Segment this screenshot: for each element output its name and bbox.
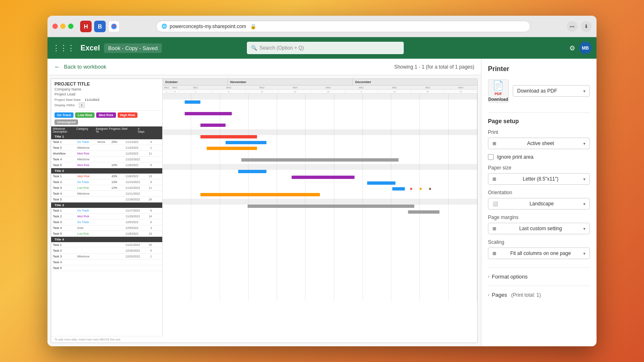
svg-rect-10 [242, 158, 399, 162]
week-label: Wk5 [312, 86, 345, 89]
week-label: Wk3 [411, 86, 444, 89]
task-row: Task 5Low Risk11/8/202219 [51, 231, 162, 237]
svg-rect-13 [291, 176, 354, 179]
week-label: Wk2 [212, 86, 245, 89]
pages-section[interactable]: › Pages (Print total: 1) [488, 289, 590, 300]
back-link[interactable]: Back to workbook [64, 64, 107, 70]
task-rows: Title 1 Task 1On TrackMicha25%11/1/20224… [51, 134, 162, 271]
page-margins-value: Last custom setting [519, 226, 562, 231]
gantt-preview: PROJECT TITLE Company Name Project Lead … [51, 79, 478, 343]
search-bar[interactable]: 🔍 Search (Option + Q) [247, 42, 404, 54]
week-label: Wk2 [378, 86, 411, 89]
workbook-area: ← Back to workbook Showing 1 - 1 (for a … [47, 59, 481, 346]
download-option: Download as PDF [517, 88, 557, 94]
task-row: Task 5Med Risk10%11/8/20226 [51, 162, 162, 168]
orientation-icon: ⬜ [492, 201, 498, 207]
page-setup-title: Page setup [488, 118, 590, 124]
svg-rect-21 [248, 205, 414, 208]
browser-icons: H B [80, 21, 120, 32]
week-label: Wk1 [179, 86, 212, 89]
back-arrow-icon[interactable]: ← [54, 63, 61, 71]
svg-rect-7 [200, 135, 257, 138]
browser-download-icon[interactable]: ⬇ [581, 21, 592, 32]
scaling-value: Fit all columns on one page [510, 250, 571, 256]
page-margins-dropdown[interactable]: ⊞ Last custom setting ▾ [488, 223, 590, 234]
legend-unassigned: Unassigned [54, 119, 78, 125]
svg-point-16 [410, 188, 412, 190]
task-row: Task 1High Risk43%11/8/202213 [51, 174, 162, 179]
chevron-down-icon: ▾ [583, 89, 585, 93]
printer-panel: Printer 📄 PDF Download Download as PDF ▾… [481, 59, 597, 346]
col-days: # Days [138, 127, 145, 133]
pdf-label: PDF [495, 92, 502, 96]
task-row: WorkflowMed Risk11/3/202211 [51, 151, 162, 157]
excel-toolbar: ⋮⋮⋮ Excel Book - Copy - Saved 🔍 Search (… [47, 37, 597, 59]
week-headers-1: Wk1 Wk2 Wk1 Wk2 Wk3 Wk4 Wk5 Wk1 Wk2 Wk3 [163, 86, 477, 90]
task-row: Task 5 [51, 265, 162, 271]
company-name: Company Name [54, 87, 159, 91]
svg-rect-4 [185, 112, 232, 115]
col-start: Start [121, 127, 137, 133]
page-info: Showing 1 - 1 (for a total of 1 pages) [394, 64, 474, 70]
settings-icon[interactable]: ⚙ [569, 44, 575, 52]
pages-label: Pages [492, 292, 507, 298]
svg-rect-2 [185, 100, 200, 104]
week-label: Wk1 [345, 86, 378, 89]
printer-title: Printer [488, 65, 590, 73]
pdf-icon-box: 📄 PDF Download [488, 79, 509, 102]
group-title-2: Title 2 [51, 168, 162, 174]
legend-on-track: On Track [54, 112, 73, 118]
pdf-icon: 📄 [492, 80, 504, 91]
task-row: Task 4Goal12/9/20223 [51, 225, 162, 231]
group-title-4: Title 4 [51, 237, 162, 242]
close-button[interactable] [52, 24, 58, 29]
divider-1 [488, 112, 590, 113]
ignore-print-area-row[interactable]: Ignore print area [488, 154, 590, 160]
display-weeks-label: Display #Wks: [54, 103, 76, 107]
month-oct: October [163, 79, 228, 85]
col-headers: Milestone Description Category Assigned … [51, 126, 162, 134]
format-options-section[interactable]: › Format options [488, 271, 590, 282]
scaling-dropdown[interactable]: ⊞ Fit all columns on one page ▾ [488, 248, 590, 259]
lock-icon: 🔒 [250, 24, 256, 29]
task-row: Task 511/18/202224 [51, 197, 162, 202]
browser-menu-icon[interactable]: ••• [567, 21, 578, 32]
print-dropdown[interactable]: ⊞ Active sheet ▾ [488, 138, 590, 149]
address-bar[interactable]: 🌐 powerconcepts-my.sharepoint.com 🔒 [156, 21, 530, 32]
gantt-table: PROJECT TITLE Company Name Project Lead … [51, 79, 477, 343]
app-icon-g[interactable] [108, 21, 120, 32]
display-weeks: 1 [79, 102, 85, 108]
paper-size-value: Letter (8.5"x11") [523, 176, 559, 182]
svg-rect-22 [408, 210, 439, 214]
svg-rect-19 [200, 193, 320, 196]
svg-rect-9 [207, 147, 257, 150]
start-date-label: Project Start Date: [54, 98, 81, 102]
file-name[interactable]: Book - Copy - Saved [104, 43, 162, 53]
gantt-chart: October November December Wk1 Wk2 Wk1 Wk… [163, 79, 477, 343]
ignore-print-area-label: Ignore print area [497, 154, 533, 160]
paper-size-label: Paper size [488, 165, 590, 171]
day-headers: 1 8 1 8 15 22 29 6 13 20 27 [163, 90, 477, 94]
task-row: Task 3Low Risk12%11/10/202211 [51, 185, 162, 191]
app-icon-h[interactable]: H [80, 21, 92, 32]
download-section: 📄 PDF Download Download as PDF ▾ [488, 79, 590, 102]
col-assigned: Assigned To [96, 127, 108, 133]
week-label: Wk4 [279, 86, 312, 89]
group-title-3: Title 3 [51, 202, 162, 208]
page-margins-label: Page margins [488, 214, 590, 220]
avatar[interactable]: MB [579, 42, 592, 54]
maximize-button[interactable] [68, 24, 73, 29]
back-bar: ← Back to workbook Showing 1 - 1 (for a … [47, 59, 481, 75]
url-text: powerconcepts-my.sharepoint.com [170, 24, 246, 29]
search-placeholder: Search (Option + Q) [260, 45, 304, 51]
svg-point-17 [419, 188, 421, 190]
paper-size-icon: ⊞ [492, 176, 496, 182]
orientation-dropdown[interactable]: ⬜ Landscape ▾ [488, 198, 590, 210]
waffle-icon[interactable]: ⋮⋮⋮ [52, 43, 75, 52]
gantt-note-text: To add more data, Insert new rows ABOVE … [54, 338, 121, 341]
paper-size-dropdown[interactable]: ⊞ Letter (8.5"x11") ▾ [488, 173, 590, 185]
download-dropdown[interactable]: Download as PDF ▾ [513, 85, 590, 97]
app-icon-b[interactable]: B [94, 21, 106, 32]
minimize-button[interactable] [60, 24, 66, 29]
ignore-print-area-checkbox[interactable] [488, 154, 494, 160]
